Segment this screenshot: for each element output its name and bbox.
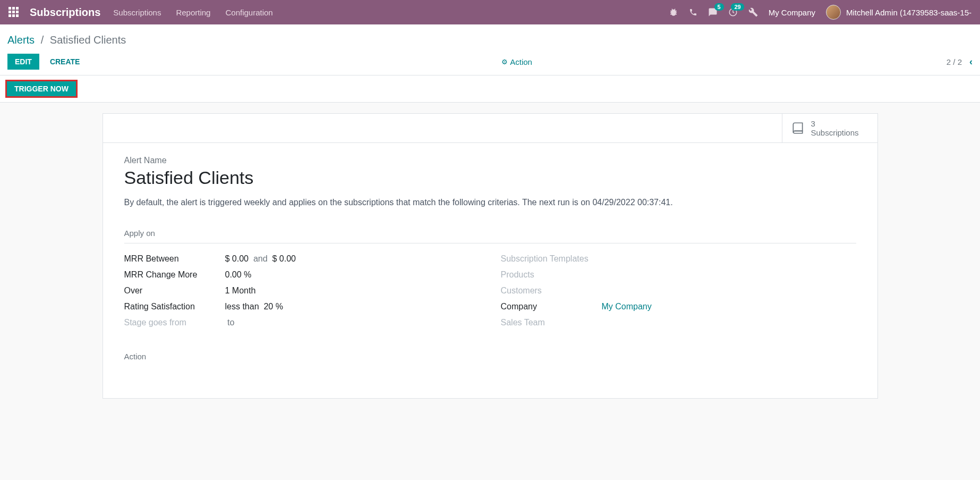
pager-count[interactable]: 2 / 2	[947, 57, 962, 66]
bug-icon[interactable]	[669, 7, 678, 17]
avatar	[826, 5, 841, 20]
left-column: MRR Between $ 0.00 and $ 0.00 MRR Change…	[124, 251, 480, 331]
nav-subscriptions[interactable]: Subscriptions	[113, 8, 161, 17]
rating-label: Rating Satisfaction	[124, 302, 225, 311]
create-button[interactable]: CREATE	[42, 54, 88, 70]
sales-team-label: Sales Team	[501, 318, 602, 327]
stat-count: 3	[811, 119, 859, 128]
templates-label: Subscription Templates	[501, 254, 589, 264]
apps-icon[interactable]	[8, 7, 19, 18]
pager-prev-icon[interactable]: ‹	[969, 56, 973, 68]
section-divider	[124, 243, 856, 243]
alert-description: By default, the alert is triggered weekl…	[124, 198, 856, 207]
right-column: Subscription Templates Products Customer…	[501, 251, 856, 331]
control-panel: Alerts / Satisfied Clients EDIT CREATE ⚙…	[0, 24, 980, 75]
brand-title[interactable]: Subscriptions	[30, 6, 100, 19]
action-section: Action	[124, 352, 856, 361]
breadcrumb-current: Satisfied Clients	[50, 34, 126, 46]
clock-icon[interactable]: 29	[728, 7, 738, 17]
clock-badge: 29	[731, 3, 744, 11]
edit-button[interactable]: EDIT	[7, 54, 39, 70]
book-icon	[791, 121, 805, 135]
nav-menu: Subscriptions Reporting Configuration	[113, 8, 272, 17]
breadcrumb-sep: /	[41, 34, 44, 46]
top-navbar: Subscriptions Subscriptions Reporting Co…	[0, 0, 980, 24]
mrr-change-value: 0.00 %	[225, 270, 252, 280]
user-menu[interactable]: Mitchell Admin (14739583-saas-15-	[826, 5, 972, 20]
trigger-now-button[interactable]: TRIGGER NOW	[5, 80, 78, 98]
mrr-between-value: $ 0.00 and $ 0.00	[225, 254, 296, 264]
form-sheet: 3 Subscriptions Alert Name Satisfied Cli…	[103, 113, 878, 399]
company-selector[interactable]: My Company	[769, 8, 815, 17]
nav-reporting[interactable]: Reporting	[176, 8, 210, 17]
subscriptions-stat-button[interactable]: 3 Subscriptions	[782, 114, 877, 142]
action-label: Action	[510, 57, 532, 66]
tools-icon[interactable]	[748, 7, 758, 17]
action-dropdown[interactable]: ⚙ Action	[501, 57, 532, 66]
stage-value: to	[225, 318, 235, 327]
company-value[interactable]: My Company	[602, 302, 652, 311]
customers-label: Customers	[501, 286, 602, 296]
rating-value: less than 20 %	[225, 302, 283, 311]
statusbar: TRIGGER NOW	[0, 75, 980, 103]
stage-label: Stage goes from	[124, 318, 225, 327]
systray: 5 29 My Company Mitchell Admin (14739583…	[669, 5, 972, 20]
stat-label: Subscriptions	[811, 128, 859, 137]
pager: 2 / 2 ‹	[947, 56, 973, 68]
breadcrumb: Alerts / Satisfied Clients	[7, 34, 973, 46]
breadcrumb-parent[interactable]: Alerts	[7, 34, 35, 46]
user-name: Mitchell Admin (14739583-saas-15-	[846, 8, 972, 17]
alert-name-label: Alert Name	[124, 156, 856, 165]
apply-on-section: Apply on	[124, 229, 856, 238]
mrr-between-label: MRR Between	[124, 254, 225, 264]
over-value: 1 Month	[225, 286, 256, 296]
mrr-change-label: MRR Change More	[124, 270, 225, 280]
nav-configuration[interactable]: Configuration	[225, 8, 272, 17]
chat-badge: 5	[714, 3, 724, 11]
gear-icon: ⚙	[501, 58, 508, 66]
phone-icon[interactable]	[689, 8, 697, 16]
chat-icon[interactable]: 5	[708, 7, 718, 17]
company-label: Company	[501, 302, 602, 311]
products-label: Products	[501, 270, 602, 280]
alert-title: Satisfied Clients	[124, 167, 856, 188]
over-label: Over	[124, 286, 225, 296]
